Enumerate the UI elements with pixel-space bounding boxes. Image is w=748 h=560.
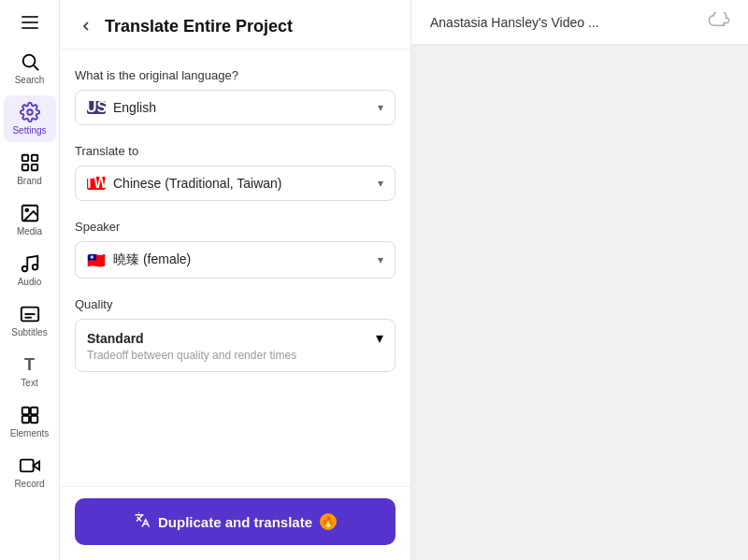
speaker-field: Speaker 🇹🇼 曉臻 (female) ▾	[75, 220, 396, 279]
svg-line-1	[34, 65, 38, 70]
svg-rect-5	[22, 165, 27, 170]
svg-point-2	[27, 109, 33, 115]
original-language-field: What is the original language? US Englis…	[75, 68, 396, 125]
sidebar-item-elements-label: Elements	[10, 428, 50, 439]
svg-point-9	[22, 266, 27, 272]
elements-icon	[19, 404, 41, 426]
svg-rect-6	[31, 165, 36, 170]
speaker-label: Speaker	[75, 220, 396, 234]
cloud-icon	[709, 12, 729, 32]
sidebar-item-settings[interactable]: Settings	[4, 95, 56, 142]
sidebar-item-text[interactable]: T Text	[4, 348, 56, 395]
quality-desc: Tradeoff between quality and render time…	[87, 349, 383, 362]
speaker-select[interactable]: 🇹🇼 曉臻 (female) ▾	[75, 241, 396, 279]
original-language-select[interactable]: US English ▾	[75, 90, 396, 125]
main-header: Anastasia Hansley's Video ...	[411, 0, 748, 45]
svg-rect-16	[22, 416, 28, 423]
back-button[interactable]	[75, 15, 97, 37]
svg-point-8	[25, 208, 28, 211]
original-language-label: What is the original language?	[75, 68, 396, 82]
chevron-down-icon: ▾	[378, 101, 383, 114]
chevron-down-icon: ▾	[378, 177, 383, 190]
sidebar-item-audio[interactable]: Audio	[4, 247, 56, 294]
svg-rect-14	[22, 408, 28, 414]
translate-to-field: Translate to TW Chinese (Traditional, Ta…	[75, 144, 396, 201]
sidebar: Search Settings Brand	[0, 0, 60, 560]
panel-body: What is the original language? US Englis…	[60, 50, 410, 486]
brand-icon	[19, 151, 41, 174]
text-icon: T	[19, 353, 41, 376]
us-flag: US	[87, 101, 106, 114]
sidebar-item-media-label: Media	[17, 226, 42, 237]
quality-field: Quality Standard ▾ Tradeoff between qual…	[75, 297, 396, 372]
quality-value: Standard	[87, 331, 144, 346]
sidebar-item-record-label: Record	[14, 479, 44, 490]
search-icon	[19, 50, 41, 73]
svg-point-0	[22, 55, 35, 67]
svg-rect-15	[30, 408, 36, 414]
speaker-value: 曉臻 (female)	[113, 251, 370, 268]
sidebar-item-subtitles[interactable]: Subtitles	[4, 297, 56, 344]
chevron-down-icon: ▾	[378, 253, 383, 266]
translate-to-label: Translate to	[75, 144, 396, 158]
svg-rect-18	[20, 460, 33, 472]
translate-button-label: Duplicate and translate	[158, 514, 312, 530]
duplicate-translate-button[interactable]: Duplicate and translate 🔥	[75, 498, 396, 545]
sidebar-item-audio-label: Audio	[18, 277, 42, 288]
quality-header: Standard ▾	[87, 329, 383, 347]
sidebar-item-elements[interactable]: Elements	[4, 398, 56, 445]
subtitles-icon	[19, 303, 41, 325]
button-badge: 🔥	[320, 513, 337, 530]
sidebar-item-brand-label: Brand	[17, 176, 42, 187]
canvas-area	[411, 45, 748, 560]
media-icon	[19, 202, 41, 224]
sidebar-item-record[interactable]: Record	[4, 449, 56, 495]
sidebar-item-subtitles-label: Subtitles	[11, 327, 47, 338]
sidebar-item-settings-label: Settings	[12, 125, 46, 136]
sidebar-item-text-label: Text	[21, 378, 37, 389]
tw-flag: TW	[87, 177, 106, 190]
record-icon	[19, 454, 41, 477]
panel-footer: Duplicate and translate 🔥	[60, 486, 410, 560]
svg-rect-17	[30, 416, 36, 423]
svg-rect-3	[22, 155, 27, 161]
translate-panel: Translate Entire Project What is the ori…	[60, 0, 411, 560]
translate-to-value: Chinese (Traditional, Taiwan)	[113, 176, 370, 191]
svg-point-10	[32, 265, 37, 270]
panel-title: Translate Entire Project	[105, 17, 293, 36]
settings-icon	[19, 101, 41, 123]
quality-select[interactable]: Standard ▾ Tradeoff between quality and …	[75, 319, 396, 372]
audio-icon	[19, 252, 41, 275]
sidebar-item-search-label: Search	[15, 75, 45, 86]
svg-rect-4	[31, 155, 36, 161]
chevron-down-icon: ▾	[376, 329, 383, 347]
sidebar-item-brand[interactable]: Brand	[4, 146, 56, 193]
hamburger-menu[interactable]	[4, 7, 56, 37]
quality-label: Quality	[75, 297, 396, 311]
panel-header: Translate Entire Project	[60, 0, 410, 50]
main-content: Anastasia Hansley's Video ...	[411, 0, 748, 560]
sidebar-item-media[interactable]: Media	[4, 196, 56, 243]
sidebar-item-search[interactable]: Search	[4, 45, 56, 92]
original-language-value: English	[113, 100, 370, 115]
project-title: Anastasia Hansley's Video ...	[430, 15, 599, 30]
translate-to-select[interactable]: TW Chinese (Traditional, Taiwan) ▾	[75, 165, 396, 201]
translate-icon	[134, 511, 151, 532]
speaker-flag: 🇹🇼	[87, 253, 106, 266]
